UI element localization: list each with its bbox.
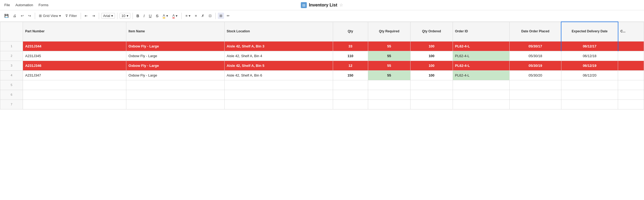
cell-qty-ordered[interactable]: 100 (410, 41, 453, 51)
underline-button[interactable]: U (147, 13, 153, 19)
header-expected-delivery-date[interactable]: Expected Delivery Date (561, 22, 618, 41)
table-row[interactable]: 4A231J347Oxbow Fly - LargeAisle 42, Shel… (0, 70, 644, 80)
table-row[interactable]: 6 (0, 90, 644, 99)
cell-qty-required[interactable]: 55 (368, 70, 410, 80)
cell-order-id[interactable]: PL62-4-L (453, 41, 510, 51)
cell-qty[interactable]: 33 (333, 41, 368, 51)
sheet-container[interactable]: Part Number Item Name Stock Location Qty… (0, 22, 644, 200)
cell-qty-required[interactable]: 55 (368, 41, 410, 51)
highlight-color-button[interactable]: A ▾ (161, 12, 170, 19)
font-size-selector[interactable]: 10 ▾ (120, 13, 130, 19)
empty-cell[interactable] (224, 90, 333, 99)
cell-expected-delivery-date[interactable]: 06/12/17 (561, 41, 618, 51)
header-item-name[interactable]: Item Name (126, 22, 225, 41)
header-qty[interactable]: Qty (333, 22, 368, 41)
indent-increase-button[interactable]: ⇥ (90, 13, 97, 19)
cell-order-id[interactable]: PL62-4-L (453, 70, 510, 80)
cell-qty-required[interactable]: 55 (368, 61, 410, 70)
empty-cell[interactable] (453, 90, 510, 99)
table-view-button[interactable]: ⊞ (218, 13, 224, 19)
empty-cell[interactable] (561, 80, 618, 90)
header-stock-location[interactable]: Stock Location (224, 22, 333, 41)
empty-cell[interactable] (126, 99, 225, 109)
empty-cell[interactable] (368, 90, 410, 99)
cell-date-order-placed[interactable]: 05/30/20 (510, 70, 561, 80)
cell-qty-ordered[interactable]: 100 (410, 61, 453, 70)
cell-qty[interactable]: 110 (333, 51, 368, 61)
cell-qty[interactable]: 150 (333, 70, 368, 80)
header-c[interactable]: C... (618, 22, 644, 41)
empty-cell[interactable] (368, 99, 410, 109)
cell-expected-delivery-date[interactable]: 06/12/18 (561, 51, 618, 61)
bold-button[interactable]: B (135, 13, 141, 19)
cell-stock-location[interactable]: Aisle 42, Shelf A, Bin 3 (224, 41, 333, 51)
cell-part-number[interactable]: A231J344 (23, 41, 126, 51)
cell-order-id[interactable]: PL62-4-L (453, 61, 510, 70)
cell-stock-location[interactable]: Aisle 42, Shelf A, Bin 6 (224, 70, 333, 80)
empty-cell[interactable] (453, 99, 510, 109)
empty-cell[interactable] (561, 90, 618, 99)
font-selector[interactable]: Arial ▾ (101, 13, 115, 19)
cell-expected-delivery-date[interactable]: 06/12/20 (561, 70, 618, 80)
print-button[interactable]: 🖨 (11, 13, 18, 19)
empty-cell[interactable] (224, 99, 333, 109)
cell-expected-delivery-date[interactable]: 06/12/19 (561, 61, 618, 70)
redo-button[interactable]: ↪ (26, 13, 33, 19)
empty-cell[interactable] (368, 80, 410, 90)
border-button[interactable]: ⊡ (207, 13, 213, 19)
table-row[interactable]: 3A231J346Oxbow Fly - LargeAisle 42, Shel… (0, 61, 644, 70)
italic-button[interactable]: I (142, 13, 146, 19)
empty-cell[interactable] (618, 80, 644, 90)
cell-item-name[interactable]: Oxbow Fly - Large (126, 70, 225, 80)
cell-qty[interactable]: 12 (333, 61, 368, 70)
empty-cell[interactable] (333, 99, 368, 109)
cell-qty-ordered[interactable]: 100 (410, 51, 453, 61)
cell-part-number[interactable]: A231J346 (23, 61, 126, 70)
table-row[interactable]: 7 (0, 99, 644, 109)
empty-cell[interactable] (510, 99, 561, 109)
empty-cell[interactable] (23, 80, 126, 90)
empty-cell[interactable] (410, 90, 453, 99)
cell-order-id[interactable]: PL62-4-L (453, 51, 510, 61)
font-color-button[interactable]: A ▾ (171, 12, 179, 19)
strikethrough-button[interactable]: S (154, 13, 160, 19)
cell-part-number[interactable]: A231J347 (23, 70, 126, 80)
cell-qty-ordered[interactable]: 100 (410, 70, 453, 80)
cell-c[interactable] (618, 70, 644, 80)
empty-cell[interactable] (453, 80, 510, 90)
align-button[interactable]: ≡ ▾ (184, 13, 192, 19)
cell-c[interactable] (618, 61, 644, 70)
table-row[interactable]: 5 (0, 80, 644, 90)
header-qty-ordered[interactable]: Qty Ordered (410, 22, 453, 41)
header-order-id[interactable]: Order ID (453, 22, 510, 41)
cell-stock-location[interactable]: Aisle 42, Shelf A, Bin 5 (224, 61, 333, 70)
cell-item-name[interactable]: Oxbow Fly - Large (126, 61, 225, 70)
empty-cell[interactable] (333, 80, 368, 90)
table-row[interactable]: 1A231J344Oxbow Fly - LargeAisle 42, Shel… (0, 41, 644, 51)
header-part-number[interactable]: Part Number (23, 22, 126, 41)
header-date-order-placed[interactable]: Date Order Placed (510, 22, 561, 41)
empty-cell[interactable] (510, 80, 561, 90)
draw-button[interactable]: ✏ (225, 13, 231, 19)
empty-cell[interactable] (333, 90, 368, 99)
empty-cell[interactable] (224, 80, 333, 90)
empty-cell[interactable] (561, 99, 618, 109)
menu-automation[interactable]: Automation (15, 3, 33, 7)
favorite-icon[interactable]: ☆ (339, 2, 343, 8)
cell-date-order-placed[interactable]: 05/30/17 (510, 41, 561, 51)
cell-c[interactable] (618, 41, 644, 51)
cell-stock-location[interactable]: Aisle 42, Shelf A, Bin 4 (224, 51, 333, 61)
menu-file[interactable]: File (4, 3, 10, 7)
empty-cell[interactable] (126, 90, 225, 99)
menu-forms[interactable]: Forms (39, 3, 49, 7)
cell-date-order-placed[interactable]: 05/30/19 (510, 61, 561, 70)
filter-button[interactable]: ⊽ Filter (64, 13, 79, 19)
empty-cell[interactable] (410, 99, 453, 109)
empty-cell[interactable] (510, 90, 561, 99)
empty-cell[interactable] (410, 80, 453, 90)
indent-decrease-button[interactable]: ⇤ (83, 13, 89, 19)
cell-part-number[interactable]: A231J345 (23, 51, 126, 61)
undo-button[interactable]: ↩ (19, 13, 25, 19)
cell-item-name[interactable]: Oxbow Fly - Large (126, 41, 225, 51)
table-row[interactable]: 2A231J345Oxbow Fly - LargeAisle 42, Shel… (0, 51, 644, 61)
